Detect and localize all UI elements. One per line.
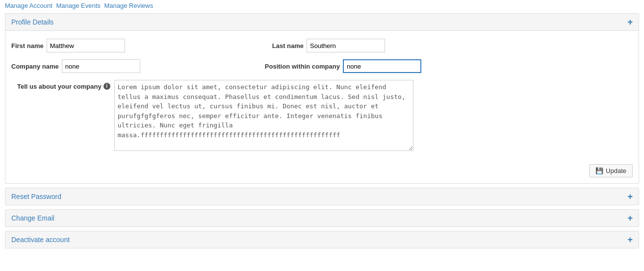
about-label: Tell us about your company	[17, 83, 102, 90]
about-textarea-container: Lorem ipsum dolor sit amet, consectetur …	[114, 80, 413, 152]
profile-details-toggle[interactable]: +	[627, 18, 633, 26]
deactivate-title: Deactivate account	[11, 236, 70, 244]
about-textarea[interactable]: Lorem ipsum dolor sit amet, consectetur …	[114, 80, 413, 151]
change-email-section: Change Email +	[5, 209, 639, 227]
update-button-label: Update	[606, 167, 626, 174]
reset-password-header[interactable]: Reset Password +	[5, 188, 639, 205]
last-name-input[interactable]	[307, 39, 385, 52]
first-name-group: First name	[11, 39, 125, 52]
company-name-label: Company name	[11, 63, 59, 70]
nav-manage-events[interactable]: Manage Events	[56, 2, 100, 9]
reset-password-section: Reset Password +	[5, 188, 639, 205]
change-email-header[interactable]: Change Email +	[5, 210, 639, 226]
first-name-label: First name	[11, 42, 44, 49]
last-name-group: Last name	[272, 39, 385, 52]
about-row: Tell us about your company i Lorem ipsum…	[11, 80, 633, 152]
first-name-input[interactable]	[47, 39, 125, 52]
update-row: 💾 Update	[5, 160, 639, 183]
profile-details-section: Profile Details + First name Last name C…	[5, 13, 639, 184]
reset-password-toggle[interactable]: +	[627, 192, 633, 201]
reset-password-title: Reset Password	[11, 193, 61, 200]
page-container: Profile Details + First name Last name C…	[0, 11, 644, 254]
company-name-group: Company name	[11, 59, 140, 73]
profile-details-header[interactable]: Profile Details +	[5, 14, 639, 31]
change-email-toggle[interactable]: +	[627, 214, 633, 222]
profile-details-body: First name Last name Company name Positi…	[5, 31, 639, 160]
about-label-container: Tell us about your company i	[17, 80, 114, 152]
position-group: Position within company	[265, 59, 421, 73]
profile-details-title: Profile Details	[11, 18, 53, 26]
nav-manage-account[interactable]: Manage Account	[5, 2, 52, 9]
floppy-icon: 💾	[595, 167, 603, 174]
nav-manage-reviews[interactable]: Manage Reviews	[104, 2, 153, 9]
update-button[interactable]: 💾 Update	[589, 164, 633, 177]
deactivate-section: Deactivate account +	[5, 231, 639, 248]
position-input[interactable]	[343, 59, 421, 73]
change-email-title: Change Email	[11, 214, 54, 222]
top-nav: Manage Account Manage Events Manage Revi…	[0, 0, 644, 11]
last-name-label: Last name	[272, 42, 304, 49]
info-icon[interactable]: i	[103, 83, 110, 90]
company-row: Company name Position within company	[11, 59, 633, 73]
position-label: Position within company	[265, 63, 340, 70]
deactivate-toggle[interactable]: +	[627, 235, 633, 244]
company-name-input[interactable]	[62, 59, 140, 73]
deactivate-header[interactable]: Deactivate account +	[5, 231, 639, 248]
name-row: First name Last name	[11, 39, 633, 52]
